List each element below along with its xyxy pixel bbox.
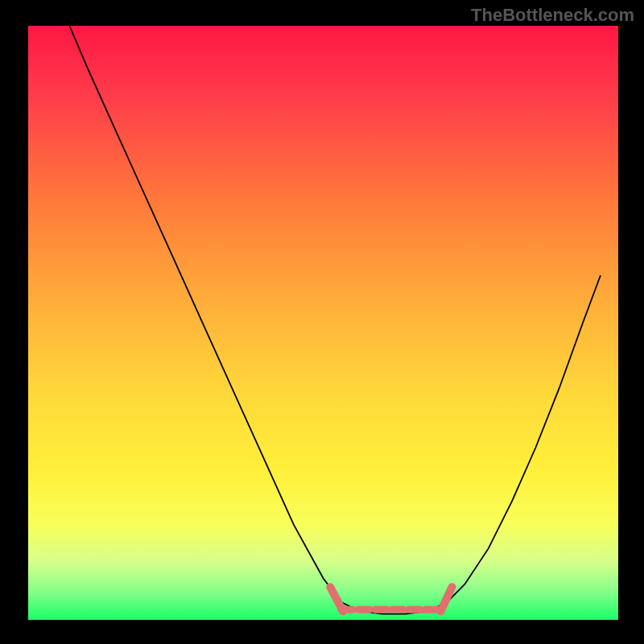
chart-background-gradient — [28, 26, 618, 620]
watermark-text: TheBottleneck.com — [471, 5, 634, 26]
bottleneck-chart — [0, 0, 644, 644]
chart-container: TheBottleneck.com — [0, 0, 644, 644]
